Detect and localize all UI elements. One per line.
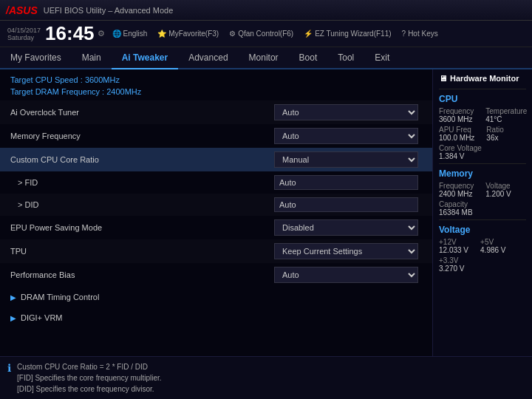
nav-boot[interactable]: Boot [289,47,328,69]
fid-text: Auto [274,175,418,190]
digi-vrm-row[interactable]: ▶ DIGI+ VRM [0,307,432,328]
hw-v33-value: 3.270 V [439,265,526,273]
memory-frequency-row: Memory Frequency Auto [0,124,432,148]
hw-v12-label: +12V [439,238,468,246]
nav-tool[interactable]: Tool [327,47,364,69]
triangle-icon: ▶ [10,293,16,301]
tpu-label: TPU [10,247,274,256]
hw-apu-freq-value: 100.0 MHz [439,134,474,142]
performance-bias-row: Performance Bias Auto [0,263,432,287]
info-line3: [DID] Specifies the core frequency divis… [17,383,162,395]
did-value: Auto [274,197,422,212]
settings-icon[interactable]: ⚙ [98,29,105,38]
hw-volt-12-5-row: +12V 12.033 V +5V 4.986 V [439,238,526,254]
hw-capacity-col: Capacity 16384 MB [439,200,526,216]
info-icon: ℹ [7,362,11,374]
myfavorite-link[interactable]: ⭐ MyFavorite(F3) [157,30,219,38]
hw-v33-col: +3.3V 3.270 V [439,256,526,273]
hw-apu-freq-label: APU Freq [439,126,474,134]
divider-1 [439,89,526,89]
left-panel: Target CPU Speed : 3600MHz Target DRAM F… [0,69,432,356]
epu-power-saving-row: EPU Power Saving Mode Disabled Enabled [0,216,432,239]
custom-cpu-core-ratio-select[interactable]: Manual Auto [274,151,418,168]
ai-overclock-tuner-select[interactable]: Auto [274,104,418,120]
nav-exit[interactable]: Exit [364,47,400,69]
ai-overclock-tuner-value[interactable]: Auto [274,104,422,120]
nav-advanced[interactable]: Advanced [178,47,238,69]
hw-v5-value: 4.986 V [480,246,505,254]
hw-cpu-freq-label: Frequency [439,107,474,115]
ez-tuning-link[interactable]: ⚡ EZ Tuning Wizard(F11) [304,30,391,38]
epu-power-saving-select[interactable]: Disabled Enabled [274,219,418,236]
nav-monitor[interactable]: Monitor [239,47,289,69]
memory-frequency-value[interactable]: Auto [274,128,422,144]
hw-mem-freq-volt-row: Frequency 2400 MHz Voltage 1.200 V [439,182,526,198]
date-line2: Saturday [7,34,41,41]
nav-ai-tweaker[interactable]: Ai Tweaker [112,47,178,69]
fid-label: > FID [18,178,274,187]
epu-power-saving-label: EPU Power Saving Mode [10,223,274,232]
hw-cpu-freq-value: 3600 MHz [439,115,474,123]
target-cpu-speed: Target CPU Speed : 3600MHz [0,74,432,86]
did-row: > DID Auto [0,194,432,216]
fid-row: > FID Auto [0,171,432,194]
main-layout: Target CPU Speed : 3600MHz Target DRAM F… [0,69,532,356]
triangle-icon-2: ▶ [10,314,16,322]
dram-timing-control-label: DRAM Timing Control [21,293,99,301]
hw-cpu-temp-value: 41°C [485,115,527,123]
asus-logo: /ASUS [6,4,38,16]
custom-cpu-core-ratio-value[interactable]: Manual Auto [274,151,422,168]
tpu-row: TPU Keep Current Settings [0,239,432,263]
hw-mem-voltage-label: Voltage [485,182,511,190]
hw-ratio-label: Ratio [486,126,503,134]
custom-cpu-core-ratio-row: Custom CPU Core Ratio Manual Auto [0,148,432,171]
qfan-link[interactable]: ⚙ Qfan Control(F6) [229,30,293,38]
ai-overclock-tuner-row: Ai Overclock Tuner Auto [0,100,432,124]
hw-core-voltage-value: 1.384 V [439,152,526,160]
memory-frequency-select[interactable]: Auto [274,128,418,144]
performance-bias-value[interactable]: Auto [274,267,422,283]
target-dram-frequency: Target DRAM Frequency : 2400MHz [0,86,432,100]
nav-menu: My Favorites Main Ai Tweaker Advanced Mo… [0,47,532,69]
hw-v33-label: +3.3V [439,256,526,265]
info-line2: [FID] Specifies the core frequency multi… [17,372,162,383]
custom-cpu-core-ratio-label: Custom CPU Core Ratio [10,155,274,164]
epu-power-saving-value[interactable]: Disabled Enabled [274,219,422,236]
hw-memory-section-title: Memory [439,168,526,179]
nav-main[interactable]: Main [72,47,112,69]
info-line1: Custom CPU Core Ratio = 2 * FID / DID [17,361,162,372]
hw-mem-freq-value: 2400 MHz [439,190,474,198]
hw-cpu-temp-label: Temperature [485,107,527,115]
performance-bias-label: Performance Bias [10,270,274,279]
hw-mem-voltage-value: 1.200 V [485,190,511,198]
datetime-links: 🌐 English ⭐ MyFavorite(F3) ⚙ Qfan Contro… [112,30,438,38]
tpu-value[interactable]: Keep Current Settings [274,243,422,259]
tpu-select[interactable]: Keep Current Settings [274,243,418,259]
divider-2 [439,163,526,164]
hw-capacity-label: Capacity [439,200,526,208]
dram-timing-control-row[interactable]: ▶ DRAM Timing Control [0,287,432,307]
hw-capacity-value: 16384 MB [439,208,526,216]
memory-frequency-label: Memory Frequency [10,132,274,140]
hotkeys-link[interactable]: ? Hot Keys [402,30,438,38]
clock-display: 16:45 [45,22,95,45]
ai-overclock-tuner-label: Ai Overclock Tuner [10,108,274,117]
datetime-left: 04/15/2017 Saturday [7,27,41,41]
hw-v12-value: 12.033 V [439,246,468,254]
hw-core-voltage-label: Core Voltage [439,144,526,152]
hw-v5-label: +5V [480,238,505,246]
datetime-bar: 04/15/2017 Saturday 16:45 ⚙ 🌐 English ⭐ … [0,21,532,47]
bios-title: UEFI BIOS Utility – Advanced Mode [44,6,173,15]
digi-vrm-label: DIGI+ VRM [21,313,63,322]
hardware-monitor-panel: 🖥 Hardware Monitor CPU Frequency 3600 MH… [432,69,532,356]
divider-3 [439,219,526,220]
date-line1: 04/15/2017 [7,27,41,34]
did-label: > DID [18,200,274,209]
fid-value: Auto [274,175,422,190]
monitor-icon: 🖥 [439,74,447,83]
hw-voltage-section-title: Voltage [439,225,526,235]
performance-bias-select[interactable]: Auto [274,267,418,283]
nav-my-favorites[interactable]: My Favorites [0,47,72,69]
language-link[interactable]: 🌐 English [112,30,148,38]
hw-cpu-section-title: CPU [439,94,526,104]
